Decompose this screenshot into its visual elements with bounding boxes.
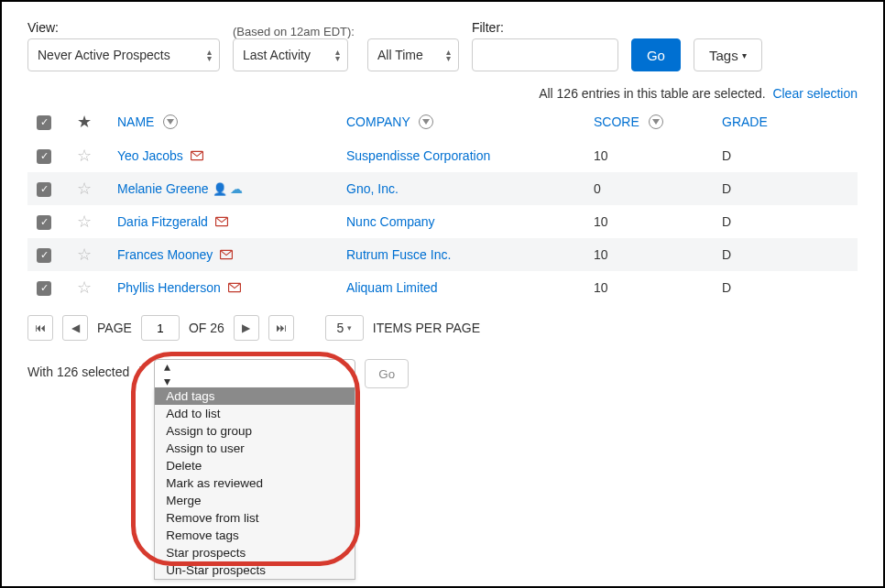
row-checkbox[interactable]: ✓: [37, 182, 51, 197]
score-cell: 10: [585, 205, 713, 238]
page-label: PAGE: [97, 321, 132, 335]
prospect-name-link[interactable]: Yeo Jacobs: [117, 148, 183, 163]
mail-icon[interactable]: [191, 148, 203, 163]
row-star-icon[interactable]: ☆: [77, 245, 92, 264]
bulk-action-option[interactable]: Merge: [155, 492, 355, 509]
select-all-checkbox[interactable]: ✓: [37, 115, 51, 130]
star-header-icon[interactable]: ★: [77, 113, 92, 131]
bulk-action-option[interactable]: Assign to user: [155, 440, 355, 457]
caret-down-icon: ▾: [347, 323, 352, 332]
score-cell: 10: [585, 238, 713, 271]
bulk-action-option[interactable]: Add tags: [155, 387, 355, 405]
mail-icon[interactable]: [228, 280, 241, 295]
prospect-name-link[interactable]: Melanie Greene: [117, 181, 209, 196]
prospect-name-link[interactable]: Frances Mooney: [117, 247, 213, 262]
chevron-down-icon: ˅: [138, 359, 145, 379]
filter-label: Filter:: [472, 20, 618, 35]
row-star-icon[interactable]: ☆: [77, 180, 92, 198]
row-checkbox[interactable]: ✓: [37, 149, 51, 164]
last-page-button[interactable]: ⏭: [268, 315, 294, 341]
salesforce-cloud-icon: ☁: [230, 181, 243, 196]
bulk-action-option[interactable]: Remove tags: [155, 527, 355, 544]
updown-caret-icon: ▴▾: [335, 49, 340, 61]
based-note: (Based on 12am EDT):: [233, 25, 355, 38]
bulk-action-option[interactable]: Delete: [155, 457, 355, 474]
company-link[interactable]: Gno, Inc.: [346, 181, 399, 196]
range-select[interactable]: All Time ▴▾: [367, 38, 459, 71]
per-page-label: ITEMS PER PAGE: [373, 321, 480, 335]
updown-caret-icon: ▴▾: [164, 359, 170, 388]
table-row: ✓☆Daria Fitzgerald Nunc Company10D: [27, 205, 858, 238]
grade-cell: D: [713, 205, 858, 238]
bulk-action-option[interactable]: Assign to group: [155, 422, 355, 440]
range-select-value: All Time: [377, 48, 423, 62]
score-cell: 0: [585, 172, 713, 205]
tags-button[interactable]: Tags ▾: [694, 38, 762, 71]
prospect-name-link[interactable]: Daria Fitzgerald: [117, 214, 208, 229]
col-grade[interactable]: GRADE: [722, 114, 768, 129]
company-link[interactable]: Suspendisse Corporation: [346, 148, 490, 163]
score-cell: 10: [585, 271, 713, 304]
next-page-button[interactable]: ▶: [234, 315, 259, 341]
updown-caret-icon: ▴▾: [446, 49, 451, 61]
tags-button-label: Tags: [709, 48, 738, 63]
bulk-action-option[interactable]: Un-Star prospects: [155, 561, 355, 579]
spacer: [631, 20, 681, 35]
go-button[interactable]: Go: [631, 38, 681, 71]
activity-select[interactable]: Last Activity ▴▾: [233, 38, 348, 71]
per-page-select[interactable]: 5 ▾: [325, 315, 364, 341]
mail-icon[interactable]: [215, 214, 228, 229]
bulk-action-select[interactable]: ▴▾: [154, 359, 355, 388]
filter-icon[interactable]: [649, 114, 663, 129]
clear-selection-link[interactable]: Clear selection: [772, 86, 858, 101]
bulk-action-option[interactable]: Star prospects: [155, 544, 355, 561]
row-checkbox[interactable]: ✓: [37, 215, 51, 230]
filter-icon[interactable]: [419, 114, 433, 129]
activity-select-value: Last Activity: [243, 48, 311, 62]
page-of-label: OF 26: [189, 321, 224, 335]
table-row: ✓☆Yeo Jacobs Suspendisse Corporation10D: [27, 139, 858, 172]
filter-bar: View: Never Active Prospects ▴▾ (Based o…: [27, 20, 858, 71]
bulk-action-option[interactable]: Remove from list: [155, 509, 355, 527]
first-page-button[interactable]: ⏮: [27, 315, 53, 341]
filter-icon[interactable]: [163, 114, 178, 129]
spacer: [694, 20, 762, 35]
view-label: View:: [27, 20, 220, 35]
company-link[interactable]: Rutrum Fusce Inc.: [346, 247, 451, 262]
pager: ⏮ ◀ PAGE OF 26 ▶ ⏭ 5 ▾ ITEMS PER PAGE: [27, 315, 858, 341]
col-company[interactable]: COMPANY: [346, 114, 410, 129]
filter-input[interactable]: [472, 38, 618, 71]
col-score[interactable]: SCORE: [594, 114, 639, 129]
bulk-action-option[interactable]: Add to list: [155, 405, 355, 422]
prev-page-button[interactable]: ◀: [62, 315, 88, 341]
row-star-icon[interactable]: ☆: [77, 147, 92, 165]
row-checkbox[interactable]: ✓: [37, 248, 51, 263]
score-cell: 10: [585, 139, 713, 172]
prospect-name-link[interactable]: Phyllis Henderson: [117, 280, 221, 295]
company-link[interactable]: Aliquam Limited: [346, 280, 438, 295]
with-selected-text: With 126 selected: [27, 359, 129, 379]
person-icon: 👤: [213, 182, 227, 196]
col-name[interactable]: NAME: [117, 114, 154, 129]
table-row: ✓☆Frances Mooney Rutrum Fusce Inc.10D: [27, 238, 858, 271]
selection-banner: All 126 entries in this table are select…: [27, 81, 858, 104]
row-star-icon[interactable]: ☆: [77, 278, 92, 297]
bulk-go-button[interactable]: Go: [365, 359, 409, 388]
selection-banner-text: All 126 entries in this table are select…: [539, 86, 765, 101]
row-star-icon[interactable]: ☆: [77, 212, 92, 231]
page-input[interactable]: [141, 315, 180, 341]
per-page-value: 5: [336, 321, 344, 335]
table-row: ✓☆Melanie Greene👤☁Gno, Inc.0D: [27, 172, 858, 205]
bulk-action-option[interactable]: Mark as reviewed: [155, 474, 355, 492]
spacer: [367, 20, 459, 35]
row-checkbox[interactable]: ✓: [37, 281, 51, 296]
company-link[interactable]: Nunc Company: [346, 214, 435, 229]
view-select[interactable]: Never Active Prospects ▴▾: [27, 38, 220, 71]
mail-icon[interactable]: [220, 247, 233, 262]
view-select-value: Never Active Prospects: [38, 48, 170, 62]
table-row: ✓☆Phyllis Henderson Aliquam Limited10D: [27, 271, 858, 304]
grade-cell: D: [713, 172, 858, 205]
updown-caret-icon: ▴▾: [207, 49, 212, 61]
grade-cell: D: [713, 139, 858, 172]
grade-cell: D: [713, 271, 858, 304]
